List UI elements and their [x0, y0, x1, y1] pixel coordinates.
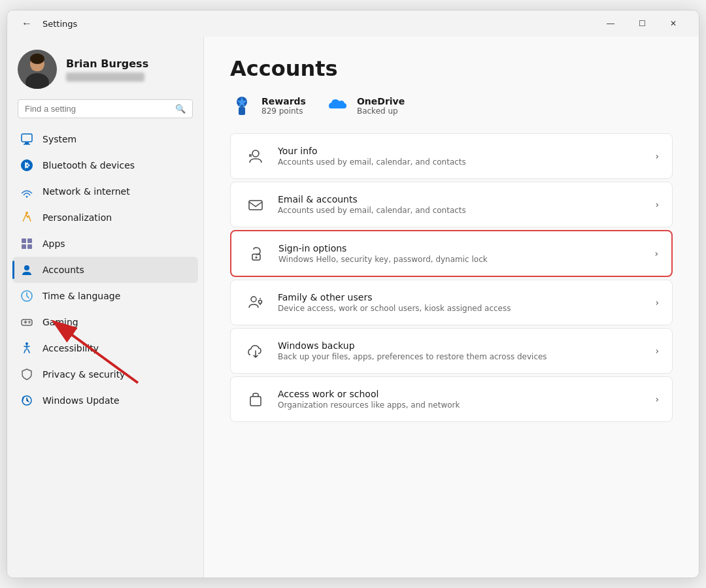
svg-point-4 [31, 65, 43, 71]
time-icon [20, 289, 33, 302]
sidebar-item-label: Gaming [42, 317, 78, 327]
rewards-sub: 829 points [261, 106, 306, 116]
sidebar-item-label: Bluetooth & devices [42, 160, 135, 171]
settings-list: Your info Accounts used by email, calend… [230, 133, 673, 422]
user-name: Brian Burgess [66, 57, 148, 70]
nav-list: System Bluetooth & devices Network & int… [12, 126, 198, 414]
svg-point-10 [25, 212, 28, 214]
minimize-button[interactable]: — [596, 13, 626, 34]
sign-in-text: Sign-in options Windows Hello, security … [278, 243, 654, 264]
work-school-text: Access work or school Organization resou… [278, 389, 655, 410]
onedrive-icon [326, 94, 349, 118]
chevron-right-icon: › [655, 199, 659, 210]
svg-point-9 [26, 196, 28, 198]
svg-point-25 [252, 150, 259, 157]
sidebar-item-label: Accessibility [42, 343, 99, 353]
sidebar-item-label: Privacy & security [42, 369, 125, 380]
backup-desc: Back up your files, apps, preferences to… [278, 352, 655, 361]
svg-point-32 [259, 301, 262, 304]
svg-point-3 [30, 54, 44, 64]
search-input[interactable] [25, 104, 170, 114]
your-info-icon [244, 144, 267, 168]
your-info-text: Your info Accounts used by email, calend… [278, 146, 655, 167]
email-accounts-title: Email & accounts [278, 194, 655, 204]
backup-icon [244, 339, 267, 363]
chevron-right-icon: › [655, 297, 659, 308]
maximize-button[interactable]: ☐ [627, 13, 657, 34]
family-text: Family & other users Device access, work… [278, 292, 655, 313]
update-icon [20, 394, 33, 407]
svg-point-31 [251, 297, 256, 302]
sidebar: Brian Burgess 🔍 System Bluetooth & devic… [7, 37, 203, 578]
avatar [18, 50, 57, 89]
chevron-right-icon: › [655, 151, 659, 161]
sidebar-item-label: Windows Update [42, 395, 120, 406]
svg-rect-12 [27, 238, 32, 243]
settings-item-family[interactable]: Family & other users Device access, work… [230, 280, 673, 325]
svg-rect-28 [249, 201, 262, 210]
svg-rect-7 [24, 144, 30, 145]
svg-point-30 [256, 257, 258, 259]
sidebar-item-network[interactable]: Network & internet [12, 178, 198, 204]
sidebar-item-bluetooth[interactable]: Bluetooth & devices [12, 152, 198, 178]
user-name-block: Brian Burgess [66, 57, 148, 82]
svg-rect-11 [22, 238, 26, 243]
sidebar-item-label: Personalization [42, 212, 112, 223]
svg-rect-6 [25, 142, 29, 144]
promo-onedrive: OneDrive Backed up [326, 94, 405, 118]
settings-item-work-school[interactable]: Access work or school Organization resou… [230, 376, 673, 422]
svg-point-34 [260, 298, 261, 299]
sidebar-item-update[interactable]: Windows Update [12, 387, 198, 414]
sidebar-item-apps[interactable]: Apps [12, 231, 198, 257]
your-info-title: Your info [278, 146, 655, 156]
accessibility-icon [20, 342, 33, 355]
svg-rect-14 [27, 244, 32, 249]
sidebar-item-label: Time & language [42, 291, 120, 301]
close-button[interactable]: ✕ [658, 13, 688, 34]
personalization-icon [20, 211, 33, 224]
sidebar-item-privacy[interactable]: Privacy & security [12, 361, 198, 387]
page-title: Accounts [230, 56, 673, 81]
settings-item-your-info[interactable]: Your info Accounts used by email, calend… [230, 133, 673, 179]
family-desc: Device access, work or school users, kio… [278, 304, 655, 313]
email-accounts-desc: Accounts used by email, calendar, and co… [278, 206, 655, 215]
sidebar-item-accounts[interactable]: Accounts [12, 257, 198, 283]
privacy-icon [20, 368, 33, 381]
family-title: Family & other users [278, 292, 655, 302]
sign-in-title: Sign-in options [278, 243, 654, 253]
rewards-label: Rewards [261, 96, 306, 106]
work-school-title: Access work or school [278, 389, 655, 399]
main-content: Brian Burgess 🔍 System Bluetooth & devic… [7, 37, 699, 578]
gaming-icon [20, 316, 33, 329]
system-icon [20, 133, 33, 146]
chevron-right-icon: › [655, 346, 659, 356]
sidebar-item-gaming[interactable]: Gaming [12, 309, 198, 335]
your-info-desc: Accounts used by email, calendar, and co… [278, 157, 655, 167]
search-icon: 🔍 [175, 104, 186, 114]
titlebar: ← Settings — ☐ ✕ [7, 10, 699, 37]
svg-rect-35 [250, 397, 261, 406]
search-box[interactable]: 🔍 [18, 99, 193, 118]
back-button[interactable]: ← [18, 15, 36, 32]
settings-item-sign-in[interactable]: Sign-in options Windows Hello, security … [230, 230, 673, 277]
bluetooth-icon [20, 159, 33, 172]
chevron-right-icon: › [654, 248, 658, 259]
backup-title: Windows backup [278, 340, 655, 351]
email-accounts-icon [244, 193, 267, 216]
onedrive-label: OneDrive [357, 96, 405, 106]
sidebar-item-personalization[interactable]: Personalization [12, 204, 198, 231]
backup-text: Windows backup Back up your files, apps,… [278, 340, 655, 361]
sidebar-item-label: System [42, 134, 76, 144]
sidebar-item-system[interactable]: System [12, 126, 198, 152]
settings-item-backup[interactable]: Windows backup Back up your files, apps,… [230, 328, 673, 374]
window-controls: — ☐ ✕ [596, 13, 688, 34]
network-icon [20, 185, 33, 198]
sidebar-item-time[interactable]: Time & language [12, 283, 198, 309]
sidebar-item-accessibility[interactable]: Accessibility [12, 335, 198, 361]
chevron-right-icon: › [655, 394, 659, 404]
accounts-icon [20, 263, 33, 276]
svg-rect-23 [239, 107, 245, 115]
user-email [66, 73, 144, 82]
promo-row: Rewards 829 points OneDrive Backed up [230, 94, 673, 118]
settings-item-email-accounts[interactable]: Email & accounts Accounts used by email,… [230, 182, 673, 227]
